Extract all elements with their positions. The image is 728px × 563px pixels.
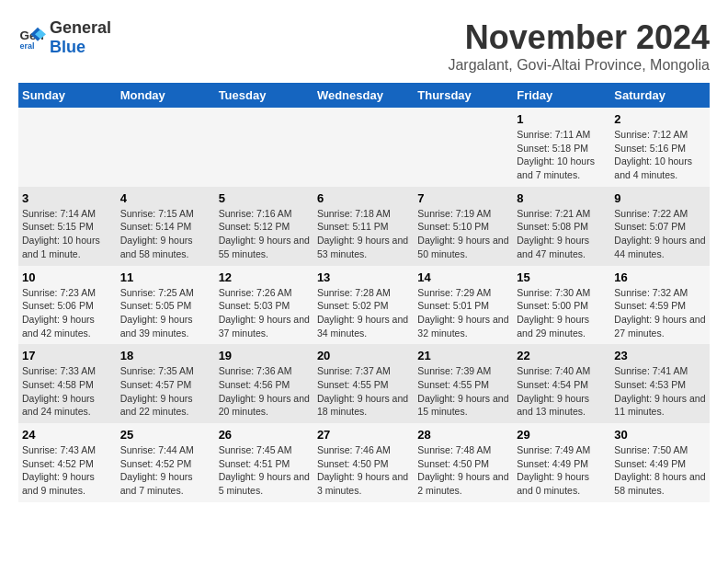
title-section: November 2024 Jargalant, Govi-Altai Prov… bbox=[448, 18, 710, 74]
day-info: Sunrise: 7:49 AM Sunset: 4:49 PM Dayligh… bbox=[517, 443, 607, 498]
day-number: 25 bbox=[120, 428, 211, 442]
table-cell: 17Sunrise: 7:33 AM Sunset: 4:58 PM Dayli… bbox=[18, 344, 117, 423]
day-number: 28 bbox=[417, 428, 509, 442]
header-saturday: Saturday bbox=[610, 83, 710, 108]
day-number: 19 bbox=[219, 349, 310, 362]
day-number: 14 bbox=[417, 270, 509, 284]
table-cell: 26Sunrise: 7:45 AM Sunset: 4:51 PM Dayli… bbox=[215, 423, 313, 502]
table-cell: 13Sunrise: 7:28 AM Sunset: 5:02 PM Dayli… bbox=[313, 266, 414, 345]
day-info: Sunrise: 7:43 AM Sunset: 4:52 PM Dayligh… bbox=[22, 443, 113, 498]
day-info: Sunrise: 7:18 AM Sunset: 5:11 PM Dayligh… bbox=[317, 207, 410, 261]
header-sunday: Sunday bbox=[18, 83, 117, 108]
table-cell: 22Sunrise: 7:40 AM Sunset: 4:54 PM Dayli… bbox=[513, 344, 610, 423]
day-info: Sunrise: 7:26 AM Sunset: 5:03 PM Dayligh… bbox=[219, 286, 310, 340]
day-info: Sunrise: 7:35 AM Sunset: 4:57 PM Dayligh… bbox=[120, 364, 211, 419]
day-info: Sunrise: 7:33 AM Sunset: 4:58 PM Dayligh… bbox=[22, 364, 113, 419]
day-number: 6 bbox=[317, 191, 410, 205]
day-number: 30 bbox=[614, 428, 706, 442]
table-cell: 29Sunrise: 7:49 AM Sunset: 4:49 PM Dayli… bbox=[513, 423, 610, 502]
table-row: 24Sunrise: 7:43 AM Sunset: 4:52 PM Dayli… bbox=[18, 423, 710, 502]
day-number: 4 bbox=[120, 191, 211, 205]
day-number: 12 bbox=[219, 270, 310, 284]
day-number: 9 bbox=[614, 191, 706, 205]
day-number: 26 bbox=[219, 428, 310, 442]
table-row: 1Sunrise: 7:11 AM Sunset: 5:18 PM Daylig… bbox=[18, 108, 710, 187]
day-info: Sunrise: 7:48 AM Sunset: 4:50 PM Dayligh… bbox=[417, 443, 509, 498]
day-info: Sunrise: 7:23 AM Sunset: 5:06 PM Dayligh… bbox=[22, 286, 113, 340]
day-info: Sunrise: 7:45 AM Sunset: 4:51 PM Dayligh… bbox=[219, 443, 310, 498]
table-cell bbox=[18, 108, 117, 187]
day-info: Sunrise: 7:12 AM Sunset: 5:16 PM Dayligh… bbox=[614, 128, 706, 182]
day-number: 7 bbox=[417, 191, 509, 205]
day-info: Sunrise: 7:21 AM Sunset: 5:08 PM Dayligh… bbox=[517, 207, 607, 261]
svg-text:eral: eral bbox=[20, 41, 35, 51]
logo-general: General bbox=[50, 18, 111, 37]
day-info: Sunrise: 7:32 AM Sunset: 4:59 PM Dayligh… bbox=[614, 286, 706, 340]
day-number: 2 bbox=[614, 112, 706, 126]
table-cell: 27Sunrise: 7:46 AM Sunset: 4:50 PM Dayli… bbox=[313, 423, 414, 502]
day-number: 1 bbox=[517, 112, 607, 126]
day-number: 8 bbox=[517, 191, 607, 205]
location-title: Jargalant, Govi-Altai Province, Mongolia bbox=[448, 57, 710, 74]
day-number: 27 bbox=[317, 428, 410, 442]
calendar-header: Sunday Monday Tuesday Wednesday Thursday… bbox=[18, 83, 710, 108]
day-number: 5 bbox=[219, 191, 310, 205]
day-info: Sunrise: 7:40 AM Sunset: 4:54 PM Dayligh… bbox=[517, 364, 607, 419]
table-cell: 2Sunrise: 7:12 AM Sunset: 5:16 PM Daylig… bbox=[610, 108, 710, 187]
day-number: 17 bbox=[22, 349, 113, 362]
header-wednesday: Wednesday bbox=[313, 83, 414, 108]
day-number: 22 bbox=[517, 349, 607, 362]
day-info: Sunrise: 7:25 AM Sunset: 5:05 PM Dayligh… bbox=[120, 286, 211, 340]
table-cell: 20Sunrise: 7:37 AM Sunset: 4:55 PM Dayli… bbox=[313, 344, 414, 423]
day-info: Sunrise: 7:39 AM Sunset: 4:55 PM Dayligh… bbox=[417, 364, 509, 419]
table-cell: 24Sunrise: 7:43 AM Sunset: 4:52 PM Dayli… bbox=[18, 423, 117, 502]
table-cell: 19Sunrise: 7:36 AM Sunset: 4:56 PM Dayli… bbox=[215, 344, 313, 423]
day-info: Sunrise: 7:14 AM Sunset: 5:15 PM Dayligh… bbox=[22, 207, 113, 261]
table-cell: 7Sunrise: 7:19 AM Sunset: 5:10 PM Daylig… bbox=[414, 187, 513, 266]
table-cell: 12Sunrise: 7:26 AM Sunset: 5:03 PM Dayli… bbox=[215, 266, 313, 345]
day-number: 23 bbox=[614, 349, 706, 362]
table-cell: 6Sunrise: 7:18 AM Sunset: 5:11 PM Daylig… bbox=[313, 187, 414, 266]
header-friday: Friday bbox=[513, 83, 610, 108]
header: Gen eral General Blue November 2024 Jarg… bbox=[18, 18, 710, 74]
logo-icon: Gen eral bbox=[18, 24, 46, 52]
day-info: Sunrise: 7:19 AM Sunset: 5:10 PM Dayligh… bbox=[417, 207, 509, 261]
day-number: 20 bbox=[317, 349, 410, 362]
day-number: 29 bbox=[517, 428, 607, 442]
header-tuesday: Tuesday bbox=[215, 83, 313, 108]
day-info: Sunrise: 7:15 AM Sunset: 5:14 PM Dayligh… bbox=[120, 207, 211, 261]
table-row: 3Sunrise: 7:14 AM Sunset: 5:15 PM Daylig… bbox=[18, 187, 710, 266]
day-number: 21 bbox=[417, 349, 509, 362]
table-cell: 1Sunrise: 7:11 AM Sunset: 5:18 PM Daylig… bbox=[513, 108, 610, 187]
header-row: Sunday Monday Tuesday Wednesday Thursday… bbox=[18, 83, 710, 108]
day-info: Sunrise: 7:36 AM Sunset: 4:56 PM Dayligh… bbox=[219, 364, 310, 419]
table-cell: 23Sunrise: 7:41 AM Sunset: 4:53 PM Dayli… bbox=[610, 344, 710, 423]
day-number: 16 bbox=[614, 270, 706, 284]
logo-blue: Blue bbox=[50, 38, 85, 56]
day-number: 15 bbox=[517, 270, 607, 284]
day-number: 24 bbox=[22, 428, 113, 442]
day-number: 3 bbox=[22, 191, 113, 205]
day-info: Sunrise: 7:29 AM Sunset: 5:01 PM Dayligh… bbox=[417, 286, 509, 340]
calendar-body: 1Sunrise: 7:11 AM Sunset: 5:18 PM Daylig… bbox=[18, 108, 710, 502]
table-cell: 28Sunrise: 7:48 AM Sunset: 4:50 PM Dayli… bbox=[414, 423, 513, 502]
table-cell bbox=[215, 108, 313, 187]
day-info: Sunrise: 7:30 AM Sunset: 5:00 PM Dayligh… bbox=[517, 286, 607, 340]
table-cell: 4Sunrise: 7:15 AM Sunset: 5:14 PM Daylig… bbox=[117, 187, 215, 266]
day-info: Sunrise: 7:28 AM Sunset: 5:02 PM Dayligh… bbox=[317, 286, 410, 340]
logo: Gen eral General Blue bbox=[18, 18, 111, 57]
table-row: 10Sunrise: 7:23 AM Sunset: 5:06 PM Dayli… bbox=[18, 266, 710, 345]
day-info: Sunrise: 7:11 AM Sunset: 5:18 PM Dayligh… bbox=[517, 128, 607, 182]
day-info: Sunrise: 7:16 AM Sunset: 5:12 PM Dayligh… bbox=[219, 207, 310, 261]
header-thursday: Thursday bbox=[414, 83, 513, 108]
table-cell: 11Sunrise: 7:25 AM Sunset: 5:05 PM Dayli… bbox=[117, 266, 215, 345]
day-info: Sunrise: 7:46 AM Sunset: 4:50 PM Dayligh… bbox=[317, 443, 410, 498]
table-cell: 8Sunrise: 7:21 AM Sunset: 5:08 PM Daylig… bbox=[513, 187, 610, 266]
table-cell: 25Sunrise: 7:44 AM Sunset: 4:52 PM Dayli… bbox=[117, 423, 215, 502]
table-cell: 3Sunrise: 7:14 AM Sunset: 5:15 PM Daylig… bbox=[18, 187, 117, 266]
table-cell bbox=[117, 108, 215, 187]
day-info: Sunrise: 7:50 AM Sunset: 4:49 PM Dayligh… bbox=[614, 443, 706, 498]
table-cell bbox=[313, 108, 414, 187]
table-row: 17Sunrise: 7:33 AM Sunset: 4:58 PM Dayli… bbox=[18, 344, 710, 423]
table-cell: 15Sunrise: 7:30 AM Sunset: 5:00 PM Dayli… bbox=[513, 266, 610, 345]
